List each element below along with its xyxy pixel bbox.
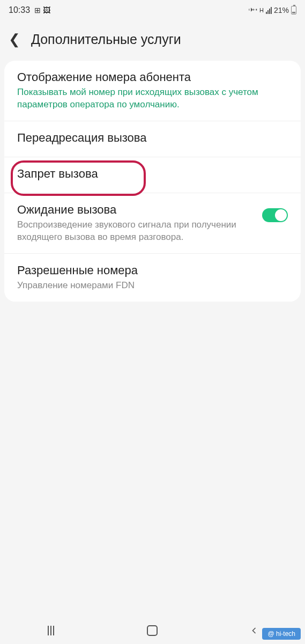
setting-title: Разрешенные номера: [17, 264, 288, 277]
setting-title: Переадресация вызова: [17, 131, 288, 145]
setting-title: Запрет вызова: [17, 167, 288, 181]
setting-subtitle: Управление номерами FDN: [17, 280, 288, 292]
settings-card: Отображение номера абонента Показывать м…: [4, 61, 301, 302]
setting-call-waiting[interactable]: Ожидание вызова Воспроизведение звуковог…: [4, 193, 301, 254]
signal-icon: [266, 6, 272, 14]
header: ❮ Дополнительные услуги: [0, 20, 305, 61]
setting-allowed-numbers[interactable]: Разрешенные номера Управление номерами F…: [4, 254, 301, 302]
setting-title: Ожидание вызова: [17, 203, 254, 217]
status-left: 10:33 ⊞ 🖼: [9, 5, 50, 15]
status-time: 10:33: [9, 5, 30, 15]
vibrate-icon: [248, 5, 257, 16]
setting-title: Отображение номера абонента: [17, 70, 288, 84]
status-bar: 10:33 ⊞ 🖼 H 21%: [0, 0, 305, 20]
battery-icon: [291, 6, 296, 14]
back-nav-button[interactable]: [247, 623, 262, 638]
page-title: Дополнительные услуги: [31, 32, 181, 47]
back-button[interactable]: ❮: [9, 31, 20, 48]
recent-apps-button[interactable]: [43, 623, 58, 638]
home-button[interactable]: [145, 623, 160, 638]
status-app-icons: ⊞ 🖼: [34, 6, 50, 14]
watermark: @ hi-tech: [262, 628, 301, 640]
network-type: H: [259, 7, 264, 13]
setting-caller-id[interactable]: Отображение номера абонента Показывать м…: [4, 61, 301, 121]
setting-call-barring[interactable]: Запрет вызова: [4, 157, 301, 193]
navigation-bar: [0, 617, 305, 644]
image-icon: 🖼: [43, 6, 50, 14]
app-icon: ⊞: [34, 6, 41, 14]
setting-call-forwarding[interactable]: Переадресация вызова: [4, 121, 301, 157]
call-waiting-toggle[interactable]: [262, 208, 288, 222]
battery-percent: 21%: [274, 6, 289, 14]
setting-subtitle: Показывать мой номер при исходящих вызов…: [17, 86, 288, 111]
status-right: H 21%: [248, 5, 296, 16]
setting-subtitle: Воспроизведение звукового сигнала при по…: [17, 219, 254, 244]
